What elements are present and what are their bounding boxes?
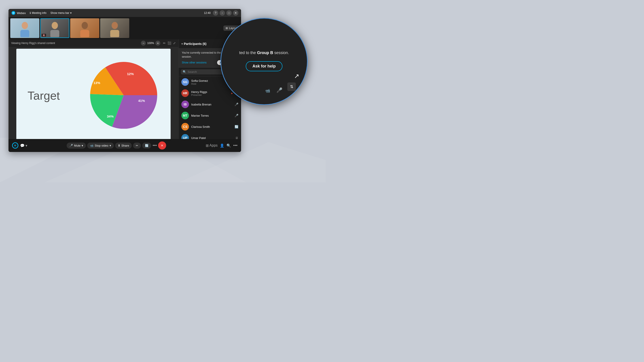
svg-text:34%: 34% [107, 114, 114, 118]
help-button[interactable]: ? [213, 10, 218, 16]
thumbnail-4[interactable] [100, 18, 129, 38]
avatar-marise: MT [181, 112, 189, 119]
search-icon: 🔍 [226, 143, 231, 148]
svg-point-9 [82, 22, 88, 29]
main-content: Viewing Henry Rigg's shared content − 10… [8, 39, 241, 139]
more-options-right-button[interactable]: ••• [233, 143, 238, 148]
search-meeting-button[interactable]: 🔍 [226, 143, 231, 148]
magnified-overlay: ⬡ ✕ ted to the Group B session. Ask for … [220, 18, 308, 105]
thumbnail-1[interactable] [10, 18, 39, 38]
svg-rect-6 [20, 30, 29, 37]
webex-icon: W [11, 11, 16, 15]
avatar-umar: UP [181, 134, 189, 139]
sync-icon: 🔄 [234, 125, 238, 128]
mute-chevron: ▾ [82, 144, 83, 147]
svg-rect-8 [50, 30, 59, 37]
webex-logo: W Webex [11, 11, 26, 15]
end-icon: ✕ [161, 144, 164, 147]
reaction-button[interactable]: ✂ [133, 143, 141, 149]
title-bar: W Webex ℹ Meeting info Show menu bar ▾ 1… [8, 9, 241, 17]
sync-icon: 🔄 [145, 144, 148, 147]
window-controls: ? − □ ✕ [213, 10, 238, 16]
thumbnail-3[interactable] [70, 18, 99, 38]
mic-icon: 🎤 [69, 144, 73, 147]
avatar-isabella: IB [181, 100, 189, 108]
video-chevron: ▾ [110, 144, 111, 147]
reaction-icon: ✂ [136, 144, 138, 147]
magnified-prefix: ted to the [239, 50, 257, 55]
share-label: Share [122, 144, 129, 147]
cursor-icon: ↗ [294, 72, 299, 80]
minimize-button[interactable]: − [220, 10, 225, 16]
magnified-inner: ⬡ ✕ ted to the Group B session. Ask for … [221, 18, 307, 104]
slide-title: Target [28, 89, 60, 102]
magnified-video-icon: 📹 [265, 88, 270, 93]
participant-item[interactable]: CS Clarissa Smith 🔄 [179, 121, 241, 132]
screen-share-button[interactable]: ⬛ [168, 41, 171, 45]
show-menu-bar-button[interactable]: Show menu bar ▾ [49, 11, 73, 15]
stop-video-button[interactable]: 📹 Stop video ▾ [87, 143, 114, 149]
viewing-bar: Viewing Henry Rigg's shared content − 10… [8, 39, 178, 47]
participant-item[interactable]: MT Marise Torres 🎤 [179, 110, 241, 121]
webex-status-icon: W [12, 142, 18, 149]
avatar-henry: HR [181, 89, 189, 97]
magnified-ask-help-button[interactable]: Ask for help [246, 61, 282, 71]
participant-item[interactable]: UP Umar Patel 🖥 [179, 132, 241, 139]
chat-chevron: ▾ [26, 143, 27, 148]
chat-icon: 💬 [20, 143, 24, 148]
bottom-bar: W 💬 ▾ 🎤 Mute ▾ 📹 Stop video ▾ ⬆ Share [8, 139, 241, 152]
svg-point-7 [52, 22, 58, 29]
participant-info: Clarissa Smith [191, 125, 232, 128]
pie-chart: 41% 34% 13% 12% [90, 62, 157, 130]
thumbnail-2[interactable]: 🔇 [40, 18, 69, 38]
meeting-info-button[interactable]: ℹ Meeting info [28, 11, 48, 15]
share-button[interactable]: ⬆ Share [115, 143, 132, 149]
clock: 12:40 [204, 11, 211, 14]
apps-icon: ⊞ [206, 143, 209, 148]
search-icon: 🔍 [183, 70, 186, 73]
maximize-button[interactable]: □ [226, 10, 232, 16]
magnified-suffix: session. [273, 50, 289, 55]
slide-area: Target 41% [8, 47, 178, 139]
magnified-expand-button[interactable]: ⬡ [293, 22, 296, 26]
avatar-sofia: SG [181, 78, 189, 86]
magnified-sort-button[interactable]: ⇅ [287, 82, 296, 91]
bottom-center: 🎤 Mute ▾ 📹 Stop video ▾ ⬆ Share ✂ 🔄 ••• … [67, 141, 166, 149]
video-icon: 📹 [90, 144, 94, 147]
share-icon: ⬆ [118, 144, 120, 147]
svg-rect-12 [110, 30, 119, 37]
close-button[interactable]: ✕ [233, 10, 238, 16]
magnified-close-button[interactable]: ✕ [299, 22, 302, 27]
svg-point-11 [112, 22, 118, 29]
magnified-mic-icon: 🎤 [276, 87, 282, 93]
meeting-info-label: Meeting info [32, 11, 46, 14]
view-controls: ✏ ⬛ ⤢ [163, 41, 176, 45]
screen-icon: 🖥 [235, 136, 238, 139]
pen-tool-button[interactable]: ✏ [163, 41, 166, 45]
chat-button[interactable]: 💬 ▾ [20, 143, 27, 148]
show-other-sessions-button[interactable]: Show other sessions [182, 61, 206, 64]
apps-label: Apps [210, 143, 218, 147]
zoom-out-button[interactable]: − [141, 41, 146, 45]
end-call-button[interactable]: ✕ [158, 141, 166, 149]
participant-name: Marise Torres [191, 114, 232, 117]
svg-rect-10 [80, 30, 89, 37]
bottom-right: ⊞ Apps 👤 🔍 ••• [206, 143, 238, 148]
webex-window: W Webex ℹ Meeting info Show menu bar ▾ 1… [8, 9, 241, 152]
muted-badge: 🔇 [42, 34, 46, 37]
session-prefix: You're currently connected to the [182, 51, 222, 54]
apps-button[interactable]: ⊞ Apps [206, 143, 218, 148]
thumbnails-bar: 🔇 ⊞ Layout [8, 17, 241, 39]
more-options-button[interactable]: ••• [152, 143, 157, 148]
svg-text:12%: 12% [127, 72, 134, 76]
participant-name: Clarissa Smith [191, 125, 232, 128]
mute-button[interactable]: 🎤 Mute ▾ [67, 143, 86, 149]
zoom-control: − 100% + [141, 41, 160, 45]
people-icon: 👤 [220, 143, 224, 148]
avatar-clarissa: CS [181, 123, 189, 130]
zoom-in-button[interactable]: + [156, 41, 160, 45]
expand-button[interactable]: ⤢ [173, 41, 176, 45]
shared-content-area: Viewing Henry Rigg's shared content − 10… [8, 39, 178, 139]
participants-button[interactable]: 👤 [220, 143, 224, 148]
sync-button[interactable]: 🔄 [142, 143, 151, 149]
